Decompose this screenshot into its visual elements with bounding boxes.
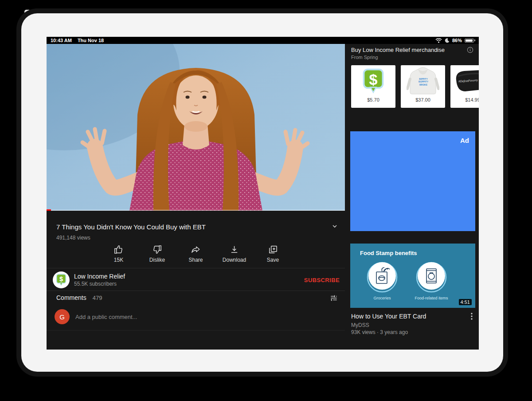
save-playlist-icon bbox=[268, 244, 278, 255]
merch-source: From Spring bbox=[351, 55, 378, 60]
channel-avatar[interactable]: $ bbox=[53, 271, 70, 288]
video-frame-illustration bbox=[47, 44, 345, 211]
suggested-video-title[interactable]: How to Use Your EBT Card bbox=[351, 313, 426, 320]
comments-count: 479 bbox=[93, 295, 102, 301]
battery-icon bbox=[465, 39, 474, 43]
share-button[interactable]: Share bbox=[183, 244, 209, 263]
subscribe-button[interactable]: SUBSCRIBE bbox=[304, 277, 340, 283]
comment-sort-icon[interactable] bbox=[329, 294, 338, 303]
like-button[interactable]: 15K bbox=[106, 244, 132, 263]
action-bar: 15K Dislike Share bbox=[47, 244, 345, 263]
status-date: Thu Nov 18 bbox=[78, 38, 104, 43]
share-label: Share bbox=[188, 257, 203, 263]
video-player[interactable] bbox=[47, 44, 345, 211]
save-button[interactable]: Save bbox=[260, 244, 286, 263]
kebab-menu-icon[interactable] bbox=[471, 313, 473, 320]
product-price: $14.99 bbox=[465, 97, 479, 102]
watch-column: 7 Things You Didn't Know You Could Buy w… bbox=[47, 44, 345, 350]
sidebar: Buy Low Income Relief merchandise From S… bbox=[345, 44, 479, 350]
product-card-dollar-sticker[interactable]: $ $5.70 bbox=[351, 65, 395, 108]
comments-header[interactable]: Comments 479 bbox=[56, 294, 102, 301]
food-items-icon bbox=[407, 261, 456, 294]
dollar-sticker-image: $ bbox=[351, 65, 395, 97]
thumbnail-label: Groceries bbox=[358, 296, 407, 300]
suggested-video-channel[interactable]: MyDSS bbox=[351, 322, 369, 328]
channel-name[interactable]: Low Income Relief bbox=[74, 273, 125, 280]
battery-percent: 86% bbox=[452, 38, 462, 43]
svg-text:$: $ bbox=[59, 275, 63, 283]
thumb-down-icon bbox=[152, 244, 162, 255]
thumb-up-icon bbox=[113, 244, 124, 255]
video-progress-track[interactable] bbox=[47, 210, 345, 211]
chevron-down-icon[interactable] bbox=[332, 223, 338, 231]
ad-banner[interactable]: Ad bbox=[350, 131, 475, 231]
product-card-hoodie[interactable]: BIPPITY BOPPITY BROKE $37.00 bbox=[401, 65, 445, 108]
download-button[interactable]: Download bbox=[221, 244, 248, 263]
thumbnail-title: Food Stamp benefits bbox=[360, 250, 417, 256]
merch-shelf-title: Buy Low Income Relief merchandise bbox=[351, 47, 445, 53]
merch-products: $ $5.70 BIPPITY BOPPITY BROKE $37.00 bbox=[351, 65, 479, 108]
fanny-pack-image: #DefeatPoverty bbox=[450, 65, 479, 97]
moon-icon bbox=[445, 38, 450, 43]
like-count: 15K bbox=[114, 257, 123, 263]
comment-input[interactable]: Add a public comment... bbox=[75, 314, 137, 320]
dislike-label: Dislike bbox=[149, 257, 165, 263]
user-avatar[interactable]: G bbox=[55, 309, 70, 324]
product-price: $5.70 bbox=[367, 97, 379, 102]
download-label: Download bbox=[223, 257, 246, 263]
duration-badge: 4:51 bbox=[459, 299, 472, 305]
product-price: $37.00 bbox=[415, 97, 430, 102]
status-time: 10:43 AM bbox=[51, 38, 72, 43]
suggested-video-meta: 93K views · 3 years ago bbox=[351, 329, 408, 335]
product-card-fanny-pack[interactable]: #DefeatPoverty $14.99 bbox=[450, 65, 479, 108]
ad-label: Ad bbox=[460, 137, 469, 144]
video-views: 491,148 views bbox=[56, 235, 90, 241]
suggested-video-thumbnail[interactable]: Food Stamp benefits Groceries bbox=[350, 244, 475, 308]
comments-title: Comments bbox=[56, 294, 86, 301]
info-icon[interactable] bbox=[467, 47, 473, 53]
screen: 10:43 AM Thu Nov 18 86% bbox=[47, 37, 479, 350]
share-arrow-icon bbox=[191, 244, 201, 255]
hoodie-image: BIPPITY BOPPITY BROKE bbox=[401, 65, 445, 97]
dislike-button[interactable]: Dislike bbox=[144, 244, 171, 263]
channel-row[interactable]: $ Low Income Relief 55.5K subscribers SU… bbox=[47, 269, 345, 291]
status-bar: 10:43 AM Thu Nov 18 86% bbox=[47, 37, 479, 44]
tablet-button-small bbox=[24, 10, 31, 13]
tablet-button-wide bbox=[52, 10, 87, 13]
channel-subscribers: 55.5K subscribers bbox=[74, 281, 125, 287]
groceries-icon bbox=[358, 261, 407, 294]
svg-text:$: $ bbox=[369, 71, 378, 88]
comment-compose-row[interactable]: G Add a public comment... bbox=[55, 309, 137, 324]
video-progress-bar[interactable] bbox=[47, 209, 51, 211]
download-icon bbox=[229, 244, 239, 255]
wifi-icon bbox=[435, 38, 442, 43]
video-title: 7 Things You Didn't Know You Could Buy w… bbox=[56, 223, 206, 231]
save-label: Save bbox=[267, 257, 279, 263]
thumbnail-label: Food-related items bbox=[407, 296, 456, 300]
hoodie-text: BIPPITY BOPPITY BROKE bbox=[417, 78, 430, 86]
